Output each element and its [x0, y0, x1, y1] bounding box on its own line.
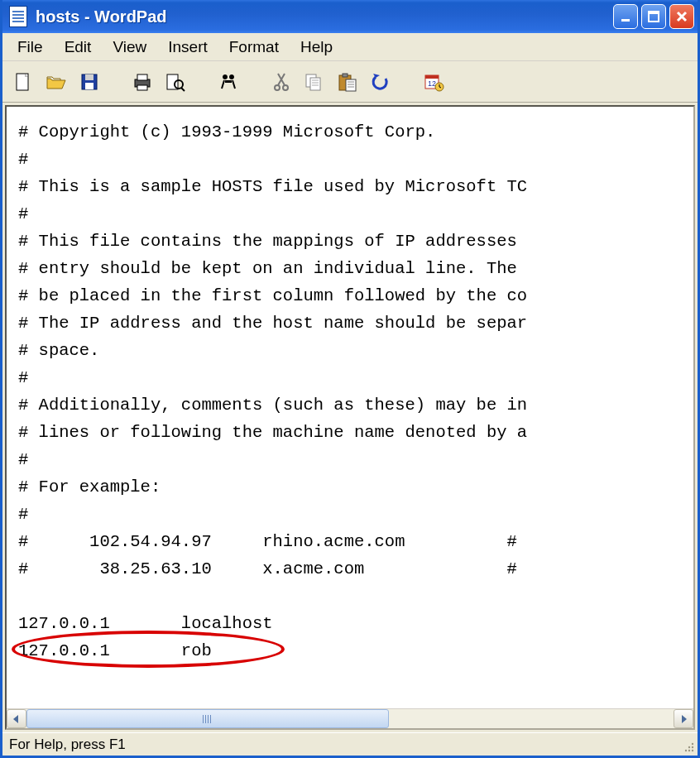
paste-icon[interactable]	[333, 68, 362, 96]
svg-rect-19	[346, 79, 356, 91]
menu-edit[interactable]: Edit	[55, 36, 102, 59]
svg-rect-2	[649, 12, 659, 14]
window-controls	[613, 4, 694, 29]
maximize-button[interactable]	[641, 4, 666, 29]
svg-point-13	[275, 85, 280, 90]
document-area-frame: # Copyright (c) 1993-1999 Microsoft Corp…	[5, 105, 695, 730]
status-bar: For Help, press F1	[2, 732, 698, 756]
svg-rect-0	[621, 19, 630, 22]
svg-point-29	[692, 750, 693, 751]
menu-format[interactable]: Format	[219, 36, 289, 59]
horizontal-scrollbar[interactable]	[7, 708, 693, 728]
datetime-icon[interactable]: 12	[420, 68, 448, 96]
minimize-button[interactable]	[613, 4, 638, 29]
find-icon[interactable]	[214, 68, 242, 96]
svg-rect-21	[425, 75, 439, 79]
open-icon[interactable]	[42, 68, 70, 96]
document-area[interactable]: # Copyright (c) 1993-1999 Microsoft Corp…	[7, 107, 693, 708]
svg-rect-18	[343, 74, 348, 77]
svg-rect-8	[137, 74, 147, 80]
svg-point-26	[692, 746, 693, 748]
svg-point-27	[685, 750, 687, 751]
title-bar[interactable]: hosts - WordPad	[2, 0, 698, 33]
scroll-left-button[interactable]	[7, 709, 26, 728]
close-button[interactable]	[669, 4, 694, 29]
app-icon	[9, 6, 27, 27]
undo-icon[interactable]	[367, 68, 395, 96]
svg-point-24	[692, 743, 693, 745]
window-title: hosts - WordPad	[36, 7, 613, 26]
svg-rect-9	[137, 85, 147, 90]
menu-file[interactable]: File	[7, 36, 53, 59]
cut-icon[interactable]	[267, 68, 295, 96]
svg-rect-16	[310, 78, 320, 90]
print-icon[interactable]	[128, 68, 156, 96]
svg-text:12: 12	[428, 79, 436, 88]
new-icon[interactable]	[9, 68, 37, 96]
scrollbar-track[interactable]	[26, 709, 674, 728]
resize-grip-icon[interactable]	[682, 740, 695, 753]
menu-insert[interactable]: Insert	[158, 36, 218, 59]
print-preview-icon[interactable]	[161, 68, 189, 96]
menu-help[interactable]: Help	[290, 36, 343, 59]
copy-icon[interactable]	[300, 68, 328, 96]
svg-point-25	[688, 746, 690, 748]
svg-rect-12	[225, 80, 232, 83]
menu-view[interactable]: View	[103, 36, 156, 59]
svg-rect-5	[85, 74, 93, 80]
status-text: For Help, press F1	[9, 736, 126, 753]
svg-point-28	[688, 750, 690, 751]
menu-bar: FileEditViewInsertFormatHelp	[2, 33, 698, 61]
scrollbar-thumb[interactable]	[26, 709, 389, 728]
svg-rect-6	[85, 83, 93, 89]
toolbar: 12	[2, 61, 698, 103]
save-icon[interactable]	[75, 68, 103, 96]
svg-point-14	[283, 85, 288, 90]
scroll-right-button[interactable]	[674, 709, 693, 728]
app-window: hosts - WordPad FileEditViewInsertFormat…	[0, 0, 700, 758]
